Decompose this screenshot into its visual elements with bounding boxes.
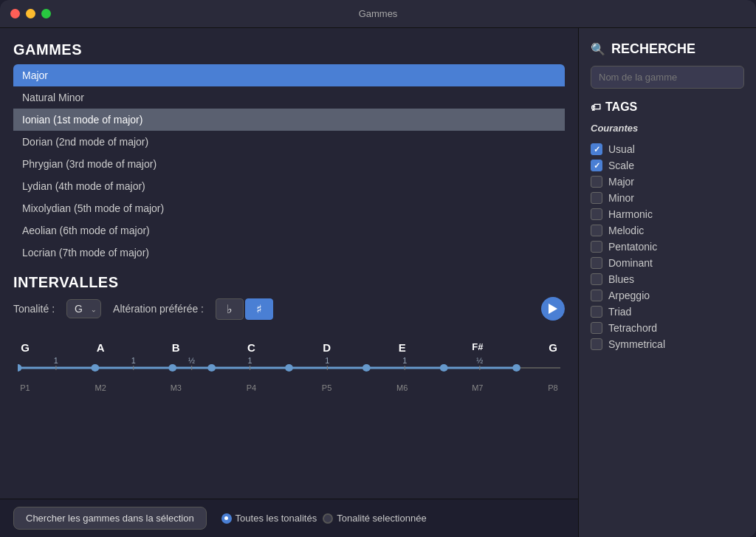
play-button[interactable] (541, 297, 565, 321)
radio-group: Toutes les tonalités Tonalité selectionn… (221, 513, 427, 524)
svg-point-9 (18, 364, 21, 372)
minimize-button[interactable] (26, 9, 35, 18)
scale-item[interactable]: Dorian (2nd mode of major) (13, 131, 565, 153)
scale-list: MajorNatural MinorIonian (1st mode of ma… (13, 64, 565, 264)
svg-marker-0 (549, 304, 557, 314)
radio-selected-label: Tonalité selectionnée (337, 513, 426, 524)
gammes-title: GAMMES (13, 41, 565, 58)
note-label: A (93, 341, 108, 354)
tag-checkbox (591, 338, 602, 350)
tag-label: Melodic (608, 225, 644, 236)
tag-checkbox (591, 306, 602, 318)
sharp-button[interactable]: ♯ (245, 298, 273, 320)
svg-point-13 (285, 364, 293, 372)
tag-label: Major (608, 176, 634, 188)
tag-item[interactable]: Harmonic (591, 206, 744, 222)
window-controls (10, 9, 51, 18)
controls-row: Tonalité : G A B C D E F Altération préf… (13, 297, 565, 321)
tag-item[interactable]: Tetrachord (591, 320, 744, 336)
scale-search-input[interactable] (591, 66, 744, 89)
radio-selected-dot (323, 513, 333, 524)
tag-label: Scale (608, 160, 634, 171)
tag-label: Triad (608, 306, 631, 318)
tag-item[interactable]: Symmetrical (591, 336, 744, 352)
tag-item[interactable]: Arpeggio (591, 287, 744, 304)
intervalles-title: INTERVALLES (13, 274, 565, 291)
note-label: G (18, 341, 32, 354)
interval-names-row: P1M2M3P4P5M6M7P8 (13, 383, 565, 392)
svg-text:1: 1 (325, 357, 329, 365)
svg-text:1: 1 (248, 357, 252, 365)
tag-label: Symmetrical (608, 338, 665, 350)
note-label: B (168, 341, 183, 354)
tag-checkbox (591, 225, 602, 236)
tag-checkbox (591, 160, 602, 171)
tag-checkbox (591, 143, 602, 155)
scale-item[interactable]: Natural Minor (13, 86, 565, 109)
scale-item[interactable]: Mixolydian (5th mode of major) (13, 197, 565, 219)
interval-name: M7 (470, 383, 485, 392)
svg-point-15 (440, 364, 448, 372)
interval-diagram: GABCDEF#G (13, 334, 565, 397)
interval-name: P8 (546, 383, 560, 392)
tag-item[interactable]: Melodic (591, 222, 744, 239)
tonality-label: Tonalité : (13, 303, 55, 315)
tag-checkbox (591, 290, 602, 301)
tag-item[interactable]: Blues (591, 271, 744, 287)
right-panel: 🔍 RECHERCHE 🏷 TAGS Courantes UsualScaleM… (579, 28, 756, 537)
tag-checkbox (591, 208, 602, 220)
scale-item[interactable]: Phrygian (3rd mode of major) (13, 153, 565, 175)
bottom-bar: Chercher les gammes dans la sélection To… (0, 499, 578, 537)
notes-row: GABCDEF#G (13, 341, 565, 354)
scale-item[interactable]: Aeolian (6th mode of major) (13, 219, 565, 242)
tag-icon: 🏷 (591, 101, 601, 113)
tag-item[interactable]: Minor (591, 190, 744, 206)
scale-item[interactable]: Lydian (4th mode of major) (13, 175, 565, 197)
svg-text:1: 1 (402, 357, 407, 365)
radio-selected-tonality[interactable]: Tonalité selectionnée (323, 513, 426, 524)
tags-list: UsualScaleMajorMinorHarmonicMelodicPenta… (591, 141, 744, 352)
tag-item[interactable]: Usual (591, 141, 744, 157)
radio-all-dot (221, 513, 232, 524)
svg-text:½: ½ (476, 357, 483, 365)
tag-item[interactable]: Triad (591, 304, 744, 320)
scale-item[interactable]: Major (13, 64, 565, 86)
tag-label: Minor (608, 192, 634, 204)
tag-label: Pentatonic (608, 241, 657, 253)
tag-item[interactable]: Scale (591, 157, 744, 174)
svg-point-10 (91, 364, 99, 372)
titlebar: Gammes (0, 0, 756, 28)
radio-all-tonalities[interactable]: Toutes les tonalités (221, 513, 317, 524)
svg-point-14 (362, 364, 371, 372)
tag-checkbox (591, 322, 602, 334)
tag-item[interactable]: Major (591, 174, 744, 190)
intervalles-section: INTERVALLES Tonalité : G A B C D E F Alt… (13, 274, 565, 397)
search-gammes-button[interactable]: Chercher les gammes dans la sélection (13, 507, 207, 530)
scale-item[interactable]: Ionian (1st mode of major) (13, 109, 565, 131)
svg-point-11 (168, 364, 176, 372)
tonality-wrapper: G A B C D E F (66, 299, 101, 318)
search-icon: 🔍 (591, 42, 605, 56)
recherche-header: 🔍 RECHERCHE (591, 41, 744, 57)
tags-subtitle: Courantes (591, 123, 744, 134)
tag-label: Arpeggio (608, 290, 650, 301)
tag-checkbox (591, 257, 602, 269)
tags-header: 🏷 TAGS (591, 100, 744, 114)
tag-label: Harmonic (608, 208, 653, 220)
maximize-button[interactable] (41, 9, 51, 18)
window-title: Gammes (359, 8, 398, 19)
svg-text:½: ½ (188, 357, 195, 365)
tag-item[interactable]: Pentatonic (591, 239, 744, 255)
tag-label: Dominant (608, 257, 653, 269)
interval-name: M6 (395, 383, 410, 392)
tag-checkbox (591, 241, 602, 253)
svg-text:1: 1 (54, 357, 58, 365)
close-button[interactable] (10, 9, 20, 18)
tonality-select[interactable]: G A B C D E F (66, 299, 101, 318)
flat-button[interactable]: ♭ (216, 298, 244, 320)
tag-item[interactable]: Dominant (591, 255, 744, 271)
interval-line-visual: 1 1 ½ 1 1 1 ½ (13, 357, 565, 382)
scale-item[interactable]: Locrian (7th mode of major) (13, 242, 565, 264)
interval-name: P4 (244, 383, 258, 392)
note-label: F# (470, 341, 485, 354)
